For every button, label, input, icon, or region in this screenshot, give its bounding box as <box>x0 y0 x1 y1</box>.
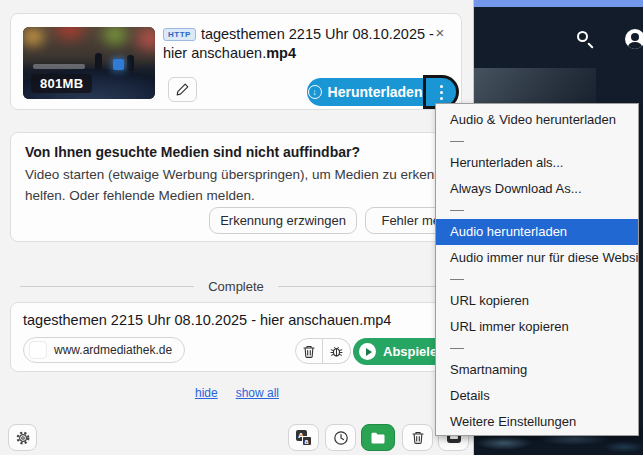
item-actions-group <box>295 338 351 364</box>
site-video-thumbnail <box>474 68 596 104</box>
translate-button[interactable]: Aa <box>288 424 319 451</box>
menu-item-audio-video-download[interactable]: Audio & Video herunterladen <box>436 107 638 133</box>
close-icon[interactable]: × <box>431 24 449 42</box>
trash-icon <box>302 344 316 359</box>
delete-item-button[interactable] <box>295 338 323 364</box>
kebab-menu-icon <box>440 85 443 100</box>
pencil-icon <box>175 82 190 97</box>
media-card: 801MB HTTPtagesthemen 2215 Uhr 08.10.202… <box>10 13 462 110</box>
menu-item-always-download-as[interactable]: Always Download As... <box>436 176 638 202</box>
complete-label: Complete <box>194 279 278 294</box>
completed-item-title: tagesthemen 2215 Uhr 08.10.2025 - hier a… <box>23 312 391 328</box>
notice-body-line1: Video starten (etwaige Werbung übersprin… <box>25 167 457 182</box>
trash-icon <box>411 430 425 445</box>
menu-item-more-settings[interactable]: Weitere Einstellungen <box>436 409 638 435</box>
rename-button[interactable] <box>168 77 197 102</box>
menu-separator <box>436 271 638 288</box>
menu-item-smartnaming[interactable]: Smartnaming <box>436 357 638 383</box>
settings-button[interactable] <box>8 424 37 451</box>
search-icon[interactable] <box>576 30 596 50</box>
menu-item-details[interactable]: Details <box>436 383 638 409</box>
hide-link[interactable]: hide <box>195 386 218 400</box>
video-thumbnail: 801MB <box>23 27 155 99</box>
clear-all-button[interactable] <box>402 424 433 451</box>
extension-popup: 801MB HTTPtagesthemen 2215 Uhr 08.10.202… <box>0 0 474 455</box>
list-links: hideshow all <box>0 386 474 400</box>
site-top-strip <box>474 0 643 7</box>
menu-item-audio-only-site[interactable]: Audio immer nur für diese Website <box>436 245 638 271</box>
menu-separator <box>436 202 638 219</box>
http-badge: HTTP <box>163 28 196 41</box>
bug-icon <box>329 344 344 359</box>
download-button[interactable]: ↓ Herunterladen <box>307 78 423 106</box>
menu-item-download-as[interactable]: Herunterladen als... <box>436 150 638 176</box>
completed-item-card: tagesthemen 2215 Uhr 08.10.2025 - hier a… <box>10 302 462 372</box>
show-all-link[interactable]: show all <box>236 386 279 400</box>
clock-icon <box>333 430 349 446</box>
screen: 801MB HTTPtagesthemen 2215 Uhr 08.10.202… <box>0 0 643 455</box>
download-arrow-icon: ↓ <box>308 85 322 99</box>
menu-item-copy-url[interactable]: URL kopieren <box>436 288 638 314</box>
notice-heading: Von Ihnen gesuchte Medien sind nicht auf… <box>25 144 360 160</box>
file-extension: mp4 <box>266 45 296 61</box>
menu-item-audio-download[interactable]: Audio herunterladen <box>436 219 638 245</box>
notice-card: Von Ihnen gesuchte Medien sind nicht auf… <box>10 132 462 242</box>
source-domain: www.ardmediathek.de <box>54 343 172 357</box>
folder-icon <box>370 431 386 445</box>
gear-icon <box>15 430 31 446</box>
media-title: HTTPtagesthemen 2215 Uhr 08.10.2025 - hi… <box>163 25 445 63</box>
history-button[interactable] <box>325 424 356 451</box>
translate-icon: Aa <box>296 430 312 446</box>
notice-body-line2: helfen. Oder fehlende Medien melden. <box>25 188 255 203</box>
debug-item-button[interactable] <box>323 338 351 364</box>
force-detection-button[interactable]: Erkennung erzwingen <box>209 207 357 234</box>
file-size-badge: 801MB <box>31 74 92 93</box>
complete-divider: Complete <box>0 278 474 294</box>
source-domain-pill[interactable]: www.ardmediathek.de <box>23 337 185 363</box>
site-favicon <box>29 341 47 359</box>
open-folder-button[interactable] <box>361 424 395 451</box>
context-menu: Audio & Video herunterladen Herunterlade… <box>435 103 639 436</box>
menu-separator <box>436 133 638 150</box>
play-icon <box>359 343 376 360</box>
menu-separator <box>436 340 638 357</box>
profile-icon[interactable] <box>625 29 643 49</box>
channel-logo <box>113 59 124 70</box>
menu-item-always-copy-url[interactable]: URL immer kopieren <box>436 314 638 340</box>
